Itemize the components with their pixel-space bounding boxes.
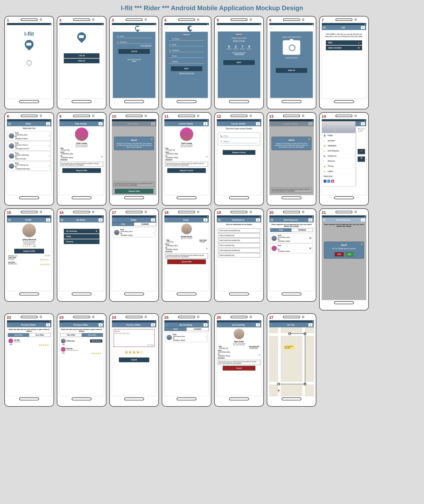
yes-button[interactable]: YES [335,252,344,256]
ride-item[interactable]: From CAITF Building, Gw..To 1 Railway Ro… [8,161,50,171]
request-courier-button[interactable]: Request Courier [167,168,206,173]
address-input[interactable]: 📍Address [220,140,258,143]
camera-icon[interactable] [283,40,300,55]
cancel-button[interactable]: Cancel [223,366,255,371]
navigate-icon[interactable]: ➤ [101,155,103,158]
close-icon[interactable]: ✕ [361,243,363,245]
menu-icon[interactable] [8,219,11,221]
menu-item-profile[interactable]: 👤Profile [322,133,355,138]
close-icon[interactable]: ✕ [151,138,153,141]
ride-chip[interactable]: 🚗 [358,149,365,154]
back-icon[interactable]: ← [270,324,273,326]
tab-rides[interactable]: RIDES [270,228,292,232]
next-button[interactable]: NEXT [224,60,255,65]
menu-icon[interactable] [270,219,273,221]
delete-icon[interactable]: ✕ [309,247,312,250]
signup-button[interactable]: SIGN UP [276,68,307,73]
back-icon[interactable]: ← [164,25,169,31]
view-all-link[interactable]: View All [45,255,50,257]
notification-item[interactable]: Polo is not going to trip. [218,253,260,257]
tab-given[interactable]: Given Rides [82,333,103,337]
today-button[interactable]: Today↑ [64,234,100,239]
next-button[interactable]: NEXT [171,66,202,71]
close-icon[interactable]: ✕ [308,138,310,141]
submit-button[interactable]: Submit [119,358,149,362]
write-review-button[interactable]: Write Review [90,339,102,342]
no-button[interactable]: NO [346,252,353,256]
courier-button[interactable]: SEND COURIER📦 [326,46,362,50]
back-icon[interactable]: ← [166,218,168,222]
courier-chip[interactable]: 📦 [358,156,365,162]
email-input[interactable]: ✉Email [117,35,152,38]
tab-given[interactable]: Given Rides [29,333,50,337]
signup-button[interactable]: SIGN UP [64,59,100,63]
fullname-input[interactable]: 👤Full Name [169,37,204,41]
ride-item[interactable]: From Epworth, cofee shop..To Gweru, hot … [8,151,50,161]
navigate-icon[interactable]: ➤ [206,247,208,250]
notification-item[interactable]: Polo is not going to trip. [218,233,260,237]
forgot-link[interactable]: forgot password? [140,45,152,46]
ride-item[interactable]: From South Africa, Alice.To Zimbabwe, Ha… [8,131,50,141]
tab-taken[interactable]: Taken Rides [8,333,29,337]
back-icon[interactable]: ← [269,25,274,31]
menu-item-privacy[interactable]: 🔒Privacy [322,164,355,169]
menu-item-notification[interactable]: 🔔Notification [322,143,355,148]
request-item[interactable]: From South Africa, Alice.To Zimbabwe, Ha… [270,233,312,243]
email-input[interactable]: ✉Email [169,43,204,46]
notification-item[interactable]: Careli Levely has cancelled ride. [218,228,260,233]
back-icon[interactable]: ← [113,324,116,326]
ride-item[interactable]: From Bulawayo, House 1..To Chitungwiza, … [8,141,50,151]
ride-button[interactable]: RIDE🚗 [326,40,362,45]
send-again-link[interactable]: SEND AGAIN [235,54,243,55]
facebook-icon[interactable]: f [324,180,326,183]
back-icon[interactable]: ← [166,122,168,125]
tab-couriers[interactable]: COURIERS [134,223,156,226]
delete-icon[interactable]: ✕ [309,237,312,240]
update-profile-button[interactable]: Update Profile [14,249,44,254]
notification-item[interactable]: Polo is not going to trip. [218,243,260,248]
menu-item-logout[interactable]: ➜Logout [322,169,355,174]
upcoming-button[interactable]: Up Comming◎ [64,229,100,233]
back-icon[interactable]: ← [217,25,222,31]
back-icon[interactable]: ← [61,324,63,326]
navigate-icon[interactable]: ➤ [206,155,208,158]
tab-rides[interactable]: RIDES [165,328,187,331]
notification-item[interactable]: Careli Levely has cancelled ride. [218,248,260,252]
password-input[interactable]: 🔒Password [169,49,204,52]
code-inputs[interactable]: 5479 [227,44,251,49]
password-input[interactable]: 🔒Password [117,40,152,44]
signup-link[interactable]: signup [132,60,136,62]
back-icon[interactable]: ← [8,324,11,326]
tab-rides[interactable]: RIDES [112,223,134,226]
already-member-link[interactable]: Already member? login [179,72,194,74]
request-ride-button[interactable]: Request Ride [62,168,101,173]
menu-icon[interactable] [218,219,221,221]
back-icon[interactable]: ← [218,122,221,125]
menu-item-about-us[interactable]: ℹAbout Us [322,159,355,164]
ride-item[interactable]: From South Africa, Alice.To Zimbabwe, Ha… [113,228,155,237]
ride-item[interactable]: From South Africa, Alice.To Zimbabwe, Ha… [166,333,208,342]
request-ride-button[interactable]: Request Ride [115,189,153,193]
menu-item-sent-requests[interactable]: ⇄Sent Requests [322,148,355,154]
menu-icon[interactable] [8,123,11,124]
login-button[interactable]: LOG IN [118,49,150,54]
notification-item[interactable]: Careli Levely has cancelled ride. [218,238,260,243]
map-view[interactable]: pick up points with date 📍 [269,327,314,396]
previous-button[interactable]: Previous↓ [64,239,100,244]
back-icon[interactable]: ← [61,122,63,125]
cancel-ride-button[interactable]: Cancel Ride [167,259,206,264]
menu-icon[interactable] [323,27,326,28]
back-icon[interactable]: ← [113,218,116,222]
phone-input[interactable]: 📞Phone [220,135,258,138]
navigate-icon[interactable]: ➤ [258,354,260,357]
back-icon[interactable]: ← [166,324,168,326]
instagram-icon[interactable]: ◉ [331,180,334,183]
login-button[interactable]: LOG IN [64,53,100,58]
menu-icon[interactable] [61,219,63,221]
phone-input[interactable]: 📞Phone [169,54,204,58]
back-icon[interactable]: ← [218,324,221,326]
address-input[interactable]: 📍Address [169,60,204,63]
request-item[interactable]: From To Zimbabwe, Harare.✕ [270,243,312,253]
tab-couriers[interactable]: COURIERS [292,228,313,232]
tab-couriers[interactable]: COURIERS [187,328,209,331]
